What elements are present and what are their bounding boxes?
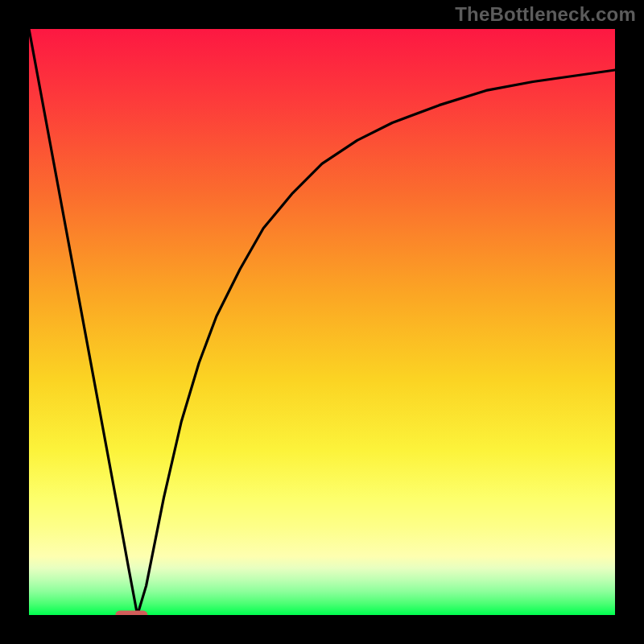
marker-bottom-bar (115, 611, 147, 615)
chart-container: TheBottleneck.com (0, 0, 644, 644)
marker-group (115, 611, 147, 615)
chart-svg (29, 29, 615, 615)
attribution-watermark: TheBottleneck.com (455, 3, 636, 26)
series-curve (29, 29, 615, 615)
curve-series (29, 29, 615, 615)
plot-area (29, 29, 615, 615)
